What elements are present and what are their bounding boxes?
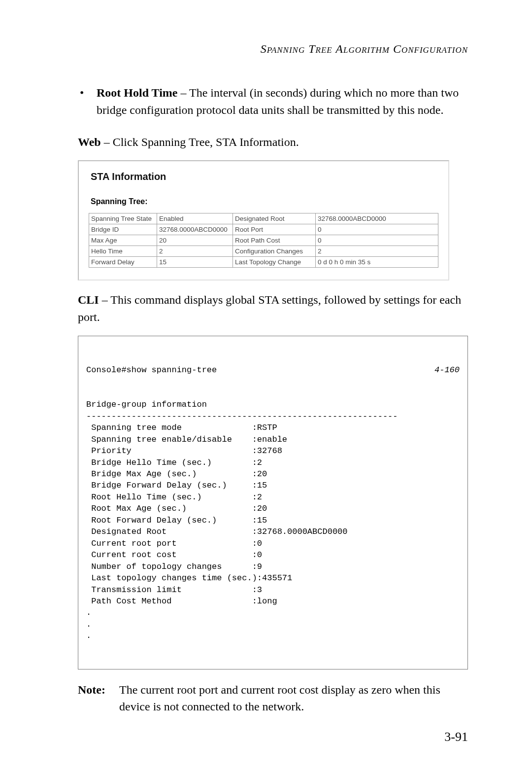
table-row: Bridge ID 32768.0000ABCD0000 Root Port 0 [89,224,438,235]
note-text: The current root port and current root c… [119,681,468,716]
note-block: Note: The current root port and current … [78,681,468,716]
panel-title: STA Information [91,171,438,182]
web-instruction-line: Web – Click Spanning Tree, STA Informati… [78,134,468,151]
page: Spanning Tree Algorithm Configuration • … [0,0,532,774]
running-header: Spanning Tree Algorithm Configuration [78,42,468,56]
cell-label: Hello Time [89,246,157,257]
cell-value: Enabled [157,213,233,224]
web-label: Web [78,136,101,148]
cell-value: 32768.0000ABCD0000 [316,213,438,224]
sta-table: Spanning Tree State Enabled Designated R… [89,213,438,268]
panel-subtitle: Spanning Tree: [91,197,438,206]
cell-value: 2 [157,246,233,257]
bullet-text: Root Hold Time – The interval (in second… [97,84,468,119]
cell-value: 2 [316,246,438,257]
cell-label: Configuration Changes [233,246,316,257]
cell-value: 15 [157,257,233,268]
table-row: Forward Delay 15 Last Topology Change 0 … [89,257,438,268]
cell-label: Last Topology Change [233,257,316,268]
cli-instruction-text: This command displays global STA setting… [78,293,461,323]
table-row: Spanning Tree State Enabled Designated R… [89,213,438,224]
cell-value: 20 [157,235,233,246]
cli-instruction-line: CLI – This command displays global STA s… [78,291,468,326]
note-label: Note: [78,681,119,716]
cell-label: Root Port [233,224,316,235]
cell-label: Forward Delay [89,257,157,268]
cell-label: Bridge ID [89,224,157,235]
cell-value: 32768.0000ABCD0000 [157,224,233,235]
cell-label: Max Age [89,235,157,246]
cell-label: Spanning Tree State [89,213,157,224]
dash: – [101,136,113,148]
cell-value: 0 [316,235,438,246]
cell-value: 0 [316,224,438,235]
cell-value: 0 d 0 h 0 min 35 s [316,257,438,268]
dash: – [177,86,189,99]
cli-output-body: Bridge-group information ---------------… [86,399,460,642]
page-number: 3-91 [444,730,468,744]
cli-output-block: Console#show spanning-tree 4-160 Bridge-… [78,336,468,669]
cell-label: Root Path Cost [233,235,316,246]
table-row: Hello Time 2 Configuration Changes 2 [89,246,438,257]
web-instruction-text: Click Spanning Tree, STA Information. [113,136,299,148]
cli-label: CLI [78,293,99,306]
bullet-marker: • [78,84,97,119]
bullet-root-hold-time: • Root Hold Time – The interval (in seco… [78,84,468,119]
dash: – [99,293,111,306]
sta-information-panel: STA Information Spanning Tree: Spanning … [78,160,449,281]
term-root-hold-time: Root Hold Time [97,86,177,99]
cli-page-ref: 4-160 [425,364,460,376]
cli-command-row: Console#show spanning-tree 4-160 [86,364,460,376]
cli-command: Console#show spanning-tree [86,364,217,376]
cell-label: Designated Root [233,213,316,224]
table-row: Max Age 20 Root Path Cost 0 [89,235,438,246]
